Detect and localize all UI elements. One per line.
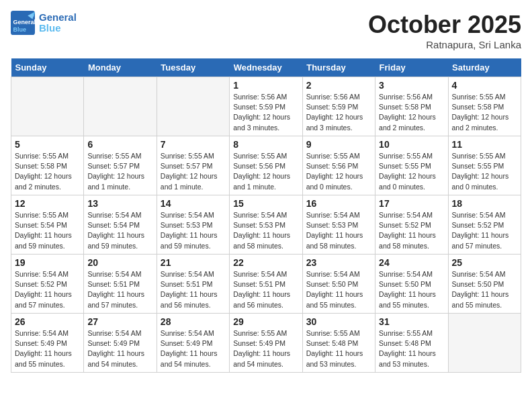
- day-info: Sunrise: 5:54 AM Sunset: 5:53 PM Dayligh…: [233, 210, 298, 251]
- week-row-2: 5Sunrise: 5:55 AM Sunset: 5:58 PM Daylig…: [11, 136, 521, 195]
- calendar-cell: 22Sunrise: 5:54 AM Sunset: 5:51 PM Dayli…: [230, 255, 302, 314]
- col-header-wednesday: Wednesday: [230, 58, 302, 77]
- month-title: October 2025: [368, 11, 521, 39]
- day-info: Sunrise: 5:55 AM Sunset: 5:57 PM Dayligh…: [87, 151, 152, 192]
- title-block: October 2025 Ratnapura, Sri Lanka: [368, 11, 521, 50]
- page-header: General Blue General Blue October 2025 R…: [11, 11, 521, 50]
- calendar-cell: 29Sunrise: 5:55 AM Sunset: 5:49 PM Dayli…: [230, 314, 302, 373]
- calendar-cell: [448, 314, 521, 373]
- col-header-friday: Friday: [375, 58, 448, 77]
- day-number: 1: [233, 80, 298, 91]
- day-info: Sunrise: 5:55 AM Sunset: 5:48 PM Dayligh…: [306, 328, 371, 369]
- day-number: 5: [15, 139, 80, 150]
- day-number: 23: [306, 257, 371, 268]
- day-number: 14: [161, 198, 226, 209]
- day-number: 17: [379, 198, 444, 209]
- logo-icon: General Blue: [11, 11, 35, 35]
- day-number: 25: [452, 257, 517, 268]
- day-info: Sunrise: 5:54 AM Sunset: 5:53 PM Dayligh…: [306, 210, 371, 251]
- calendar-cell: 16Sunrise: 5:54 AM Sunset: 5:53 PM Dayli…: [302, 195, 375, 255]
- day-number: 15: [233, 198, 298, 209]
- calendar-cell: 12Sunrise: 5:55 AM Sunset: 5:54 PM Dayli…: [11, 195, 84, 255]
- day-number: 27: [87, 316, 152, 327]
- week-row-1: 1Sunrise: 5:56 AM Sunset: 5:59 PM Daylig…: [11, 77, 521, 136]
- day-number: 2: [306, 80, 371, 91]
- calendar-cell: 25Sunrise: 5:54 AM Sunset: 5:50 PM Dayli…: [448, 255, 521, 314]
- calendar-cell: 26Sunrise: 5:54 AM Sunset: 5:49 PM Dayli…: [11, 314, 84, 373]
- day-info: Sunrise: 5:55 AM Sunset: 5:55 PM Dayligh…: [452, 151, 517, 192]
- calendar-cell: 9Sunrise: 5:55 AM Sunset: 5:56 PM Daylig…: [302, 136, 375, 195]
- calendar-cell: 21Sunrise: 5:54 AM Sunset: 5:51 PM Dayli…: [157, 255, 229, 314]
- day-number: 4: [452, 80, 517, 91]
- day-info: Sunrise: 5:55 AM Sunset: 5:55 PM Dayligh…: [379, 151, 444, 192]
- day-info: Sunrise: 5:56 AM Sunset: 5:58 PM Dayligh…: [379, 92, 444, 133]
- calendar-cell: 10Sunrise: 5:55 AM Sunset: 5:55 PM Dayli…: [375, 136, 448, 195]
- day-number: 13: [87, 198, 152, 209]
- day-info: Sunrise: 5:55 AM Sunset: 5:48 PM Dayligh…: [379, 328, 444, 369]
- col-header-saturday: Saturday: [448, 58, 521, 77]
- day-info: Sunrise: 5:54 AM Sunset: 5:51 PM Dayligh…: [161, 269, 226, 310]
- calendar-cell: 18Sunrise: 5:54 AM Sunset: 5:52 PM Dayli…: [448, 195, 521, 255]
- day-info: Sunrise: 5:56 AM Sunset: 5:59 PM Dayligh…: [306, 92, 371, 133]
- day-info: Sunrise: 5:54 AM Sunset: 5:50 PM Dayligh…: [379, 269, 444, 310]
- logo-blue: Blue: [39, 23, 77, 34]
- day-info: Sunrise: 5:56 AM Sunset: 5:59 PM Dayligh…: [233, 92, 298, 133]
- calendar-cell: 3Sunrise: 5:56 AM Sunset: 5:58 PM Daylig…: [375, 77, 448, 136]
- day-number: 11: [452, 139, 517, 150]
- calendar-cell: [11, 77, 84, 136]
- day-info: Sunrise: 5:55 AM Sunset: 5:58 PM Dayligh…: [452, 92, 517, 133]
- day-info: Sunrise: 5:55 AM Sunset: 5:57 PM Dayligh…: [161, 151, 226, 192]
- day-number: 18: [452, 198, 517, 209]
- day-info: Sunrise: 5:55 AM Sunset: 5:56 PM Dayligh…: [306, 151, 371, 192]
- day-number: 24: [379, 257, 444, 268]
- location-title: Ratnapura, Sri Lanka: [368, 39, 521, 50]
- week-row-4: 19Sunrise: 5:54 AM Sunset: 5:52 PM Dayli…: [11, 255, 521, 314]
- day-number: 12: [15, 198, 80, 209]
- day-info: Sunrise: 5:55 AM Sunset: 5:58 PM Dayligh…: [15, 151, 80, 192]
- day-info: Sunrise: 5:55 AM Sunset: 5:54 PM Dayligh…: [15, 210, 80, 251]
- day-info: Sunrise: 5:54 AM Sunset: 5:52 PM Dayligh…: [15, 269, 80, 310]
- calendar-table: SundayMondayTuesdayWednesdayThursdayFrid…: [11, 58, 521, 373]
- day-info: Sunrise: 5:54 AM Sunset: 5:49 PM Dayligh…: [87, 328, 152, 369]
- day-info: Sunrise: 5:54 AM Sunset: 5:49 PM Dayligh…: [15, 328, 80, 369]
- calendar-cell: 24Sunrise: 5:54 AM Sunset: 5:50 PM Dayli…: [375, 255, 448, 314]
- day-info: Sunrise: 5:54 AM Sunset: 5:51 PM Dayligh…: [233, 269, 298, 310]
- day-info: Sunrise: 5:54 AM Sunset: 5:49 PM Dayligh…: [161, 328, 226, 369]
- day-info: Sunrise: 5:54 AM Sunset: 5:50 PM Dayligh…: [306, 269, 371, 310]
- calendar-cell: 15Sunrise: 5:54 AM Sunset: 5:53 PM Dayli…: [230, 195, 302, 255]
- day-number: 21: [161, 257, 226, 268]
- day-number: 19: [15, 257, 80, 268]
- calendar-cell: 4Sunrise: 5:55 AM Sunset: 5:58 PM Daylig…: [448, 77, 521, 136]
- logo-general: General: [39, 12, 77, 24]
- calendar-cell: 11Sunrise: 5:55 AM Sunset: 5:55 PM Dayli…: [448, 136, 521, 195]
- day-number: 20: [87, 257, 152, 268]
- day-info: Sunrise: 5:54 AM Sunset: 5:52 PM Dayligh…: [452, 210, 517, 251]
- col-header-tuesday: Tuesday: [157, 58, 229, 77]
- calendar-cell: 27Sunrise: 5:54 AM Sunset: 5:49 PM Dayli…: [84, 314, 157, 373]
- day-info: Sunrise: 5:54 AM Sunset: 5:53 PM Dayligh…: [161, 210, 226, 251]
- calendar-cell: [84, 77, 157, 136]
- col-header-sunday: Sunday: [11, 58, 84, 77]
- calendar-cell: 17Sunrise: 5:54 AM Sunset: 5:52 PM Dayli…: [375, 195, 448, 255]
- calendar-cell: 31Sunrise: 5:55 AM Sunset: 5:48 PM Dayli…: [375, 314, 448, 373]
- header-row: SundayMondayTuesdayWednesdayThursdayFrid…: [11, 58, 521, 77]
- day-number: 29: [233, 316, 298, 327]
- calendar-cell: 13Sunrise: 5:54 AM Sunset: 5:54 PM Dayli…: [84, 195, 157, 255]
- calendar-cell: 14Sunrise: 5:54 AM Sunset: 5:53 PM Dayli…: [157, 195, 229, 255]
- svg-text:General: General: [13, 19, 35, 26]
- day-number: 7: [161, 139, 226, 150]
- day-info: Sunrise: 5:54 AM Sunset: 5:54 PM Dayligh…: [87, 210, 152, 251]
- calendar-cell: 23Sunrise: 5:54 AM Sunset: 5:50 PM Dayli…: [302, 255, 375, 314]
- calendar-cell: 30Sunrise: 5:55 AM Sunset: 5:48 PM Dayli…: [302, 314, 375, 373]
- calendar-cell: 2Sunrise: 5:56 AM Sunset: 5:59 PM Daylig…: [302, 77, 375, 136]
- svg-text:Blue: Blue: [13, 26, 27, 33]
- day-info: Sunrise: 5:54 AM Sunset: 5:50 PM Dayligh…: [452, 269, 517, 310]
- day-info: Sunrise: 5:55 AM Sunset: 5:49 PM Dayligh…: [233, 328, 298, 369]
- day-number: 22: [233, 257, 298, 268]
- day-number: 28: [161, 316, 226, 327]
- col-header-monday: Monday: [84, 58, 157, 77]
- day-number: 9: [306, 139, 371, 150]
- day-info: Sunrise: 5:54 AM Sunset: 5:52 PM Dayligh…: [379, 210, 444, 251]
- logo: General Blue General Blue: [11, 11, 77, 35]
- calendar-cell: 28Sunrise: 5:54 AM Sunset: 5:49 PM Dayli…: [157, 314, 229, 373]
